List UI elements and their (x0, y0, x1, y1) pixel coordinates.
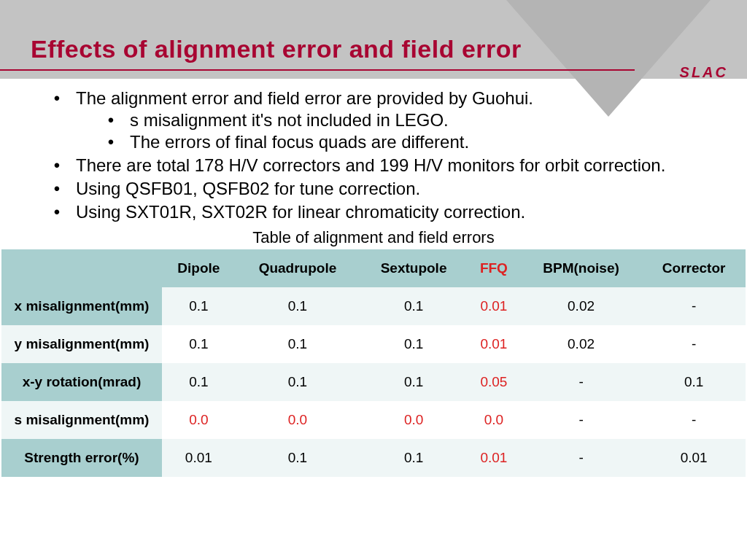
table-row: x misalignment(mm)0.10.10.10.010.02- (1, 287, 746, 325)
table-row: s misalignment(mm)0.00.00.00.0-- (1, 401, 746, 439)
table-cell: 0.01 (468, 325, 520, 363)
table-cell: - (642, 401, 746, 439)
table-cell: 0.1 (236, 287, 360, 325)
bullet-list: The alignment error and field error are … (31, 88, 716, 223)
table-row: x-y rotation(mrad)0.10.10.10.05-0.1 (1, 363, 746, 401)
table-cell: 0.1 (162, 287, 236, 325)
table-cell: 0.02 (520, 325, 642, 363)
sub-bullet-item: s misalignment it's not included in LEGO… (111, 109, 716, 131)
col-header-ffq: FFQ (468, 249, 520, 287)
table-corner-cell (1, 249, 162, 287)
table-cell: 0.1 (360, 363, 468, 401)
bullet-text: The errors of final focus quads are diff… (130, 132, 469, 152)
bullet-item: Using QSFB01, QSFB02 for tune correction… (31, 178, 716, 200)
title-underline (0, 69, 635, 71)
table-cell: - (642, 287, 746, 325)
bullet-text: Using QSFB01, QSFB02 for tune correction… (76, 179, 420, 198)
table-cell: - (520, 401, 642, 439)
table-caption: Table of alignment and field errors (31, 228, 716, 248)
table-cell: 0.1 (360, 439, 468, 477)
bullet-item: The alignment error and field error are … (31, 88, 716, 153)
slide-title: Effects of alignment error and field err… (31, 35, 522, 63)
table-row: y misalignment(mm)0.10.10.10.010.02- (1, 325, 746, 363)
row-label: y misalignment(mm) (1, 325, 162, 363)
table-cell: 0.1 (162, 325, 236, 363)
table-cell: 0.01 (468, 439, 520, 477)
row-label: x misalignment(mm) (1, 287, 162, 325)
table-cell: 0.01 (468, 287, 520, 325)
table-cell: 0.1 (236, 363, 360, 401)
table-cell: - (520, 363, 642, 401)
table-cell: 0.05 (468, 363, 520, 401)
col-header: Sextupole (360, 249, 468, 287)
table-cell: 0.1 (360, 325, 468, 363)
table-body: x misalignment(mm)0.10.10.10.010.02-y mi… (1, 287, 746, 477)
bullet-item: Using SXT01R, SXT02R for linear chromati… (31, 201, 716, 223)
col-header: Corrector (642, 249, 746, 287)
slide-body: The alignment error and field error are … (31, 88, 716, 477)
table-cell: 0.0 (360, 401, 468, 439)
bullet-text: There are total 178 H/V correctors and 1… (76, 155, 665, 175)
table-cell: 0.02 (520, 287, 642, 325)
bullet-item: There are total 178 H/V correctors and 1… (31, 155, 716, 176)
table-cell: 0.1 (236, 325, 360, 363)
slac-logo: SLAC (680, 64, 728, 81)
table-cell: 0.1 (162, 363, 236, 401)
col-header: Quadrupole (236, 249, 360, 287)
col-header: BPM(noise) (520, 249, 642, 287)
sub-bullet-item: The errors of final focus quads are diff… (111, 131, 716, 153)
table-cell: 0.1 (360, 287, 468, 325)
table-cell: 0.01 (642, 439, 746, 477)
table-cell: 0.0 (236, 401, 360, 439)
table-cell: 0.1 (642, 363, 746, 401)
table-cell: 0.0 (468, 401, 520, 439)
table-cell: - (642, 325, 746, 363)
bullet-text: Using SXT01R, SXT02R for linear chromati… (76, 202, 525, 222)
bullet-text: s misalignment it's not included in LEGO… (130, 110, 449, 130)
col-header: Dipole (162, 249, 236, 287)
sub-bullet-list: s misalignment it's not included in LEGO… (111, 109, 716, 153)
row-label: x-y rotation(mrad) (1, 363, 162, 401)
table-header-row: Dipole Quadrupole Sextupole FFQ BPM(nois… (1, 249, 746, 287)
table-cell: 0.01 (162, 439, 236, 477)
table-cell: 0.0 (162, 401, 236, 439)
errors-table: Dipole Quadrupole Sextupole FFQ BPM(nois… (1, 249, 746, 477)
row-label: Strength error(%) (1, 439, 162, 477)
row-label: s misalignment(mm) (1, 401, 162, 439)
bullet-text: The alignment error and field error are … (76, 88, 533, 108)
table-row: Strength error(%)0.010.10.10.01-0.01 (1, 439, 746, 477)
table-cell: - (520, 439, 642, 477)
table-cell: 0.1 (236, 439, 360, 477)
